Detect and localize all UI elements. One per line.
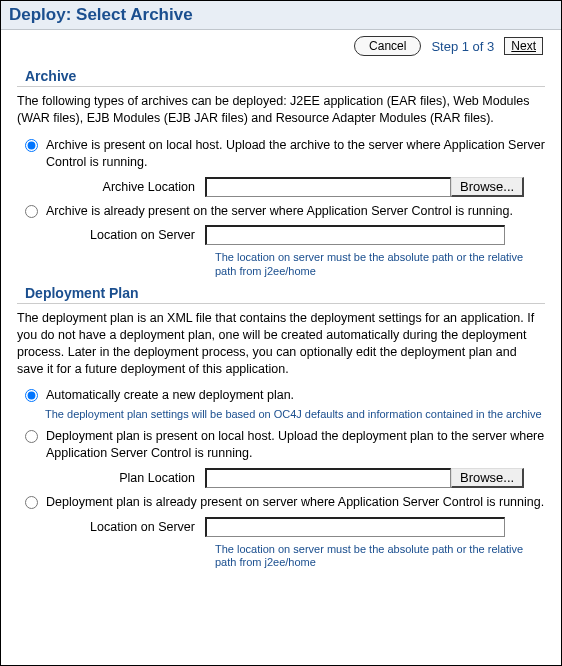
archive-server-location-label: Location on Server (45, 228, 205, 242)
step-indicator: Step 1 of 3 (431, 39, 494, 54)
plan-option-server[interactable]: Deployment plan is already present on se… (25, 494, 545, 511)
plan-server-hint: The location on server must be the absol… (215, 543, 535, 571)
cancel-button[interactable]: Cancel (354, 36, 421, 56)
plan-browse-button[interactable]: Browse... (451, 468, 524, 488)
divider (17, 86, 545, 87)
plan-location-input[interactable] (205, 468, 451, 488)
plan-description: The deployment plan is an XML file that … (17, 310, 545, 378)
plan-server-radio[interactable] (25, 496, 38, 509)
plan-server-location-label: Location on Server (45, 520, 205, 534)
archive-location-row: Archive Location Browse... (45, 177, 545, 197)
plan-server-location-input[interactable] (205, 517, 505, 537)
archive-location-label: Archive Location (45, 180, 205, 194)
plan-location-row: Plan Location Browse... (45, 468, 545, 488)
archive-server-label: Archive is already present on the server… (46, 203, 513, 220)
archive-server-hint: The location on server must be the absol… (215, 251, 535, 279)
page-title: Deploy: Select Archive (1, 1, 561, 30)
archive-local-radio[interactable] (25, 139, 38, 152)
plan-location-label: Plan Location (45, 471, 205, 485)
content-area: Archive The following types of archives … (1, 68, 561, 586)
archive-server-radio[interactable] (25, 205, 38, 218)
archive-heading: Archive (25, 68, 545, 84)
archive-browse-button[interactable]: Browse... (451, 177, 524, 197)
archive-description: The following types of archives can be d… (17, 93, 545, 127)
deploy-wizard-page: Deploy: Select Archive Cancel Step 1 of … (0, 0, 562, 666)
plan-local-radio[interactable] (25, 430, 38, 443)
plan-local-label: Deployment plan is present on local host… (46, 428, 545, 462)
plan-auto-label: Automatically create a new deployment pl… (46, 387, 294, 404)
plan-auto-hint: The deployment plan settings will be bas… (45, 408, 545, 422)
archive-option-local[interactable]: Archive is present on local host. Upload… (25, 137, 545, 171)
archive-location-input[interactable] (205, 177, 451, 197)
plan-auto-radio[interactable] (25, 389, 38, 402)
archive-local-label: Archive is present on local host. Upload… (46, 137, 545, 171)
plan-heading: Deployment Plan (25, 285, 545, 301)
plan-option-auto[interactable]: Automatically create a new deployment pl… (25, 387, 545, 404)
plan-server-location-row: Location on Server (45, 517, 545, 537)
divider (17, 303, 545, 304)
wizard-topbar: Cancel Step 1 of 3 Next (1, 30, 561, 62)
archive-option-server[interactable]: Archive is already present on the server… (25, 203, 545, 220)
plan-server-label: Deployment plan is already present on se… (46, 494, 544, 511)
archive-server-location-input[interactable] (205, 225, 505, 245)
next-button[interactable]: Next (504, 37, 543, 55)
archive-server-location-row: Location on Server (45, 225, 545, 245)
plan-option-local[interactable]: Deployment plan is present on local host… (25, 428, 545, 462)
